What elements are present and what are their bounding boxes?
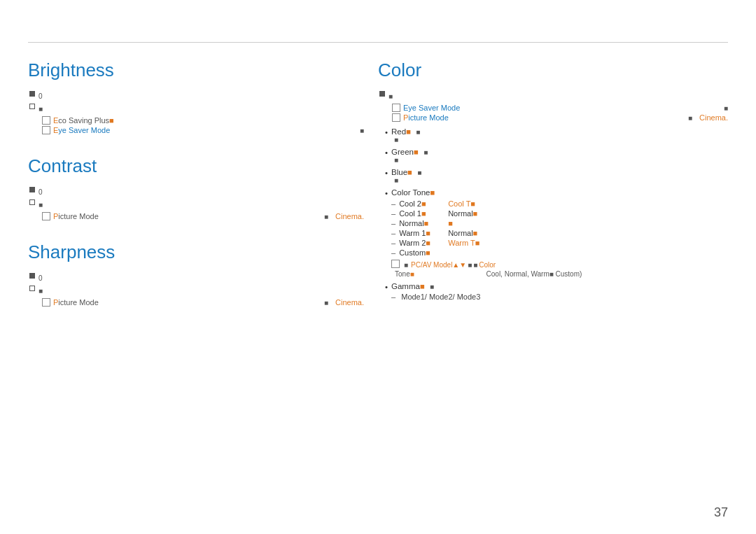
- warm1-label: Warm 1■: [399, 229, 441, 237]
- sharpness-range-row1: 0: [28, 273, 364, 283]
- eco-checkbox: [42, 116, 50, 125]
- brightness-eyesaver-row: Eye Saver Mode ■: [28, 126, 364, 134]
- gamma-content: Gamma■ ■ – Mode1/ Mode2/ Mode3: [391, 282, 728, 301]
- left-column: Brightness 0 ■ Eco Saving Plus■ Eye Save…: [28, 52, 364, 328]
- tone-rows: – Cool 2■ Cool T■ – Cool 1■ Normal■: [391, 199, 728, 257]
- contrast-cinema-val: Cinema.: [335, 212, 364, 220]
- red-label: Red■: [391, 127, 411, 136]
- brightness-val1: 0: [38, 91, 43, 101]
- main-content: Brightness 0 ■ Eco Saving Plus■ Eye Save…: [28, 52, 728, 328]
- note-part4: ■: [473, 260, 477, 270]
- tone-cool2-row: – Cool 2■ Cool T■: [391, 199, 728, 208]
- sharpness-cinema-val: Cinema.: [335, 298, 364, 307]
- contrast-pic-label: Picture Mode: [53, 212, 99, 220]
- color-eyesaver-checkbox: [392, 104, 400, 112]
- blue-label: Blue■: [391, 168, 412, 176]
- color-eyesaver-label: Eye Saver Mode: [403, 104, 460, 112]
- normal-value: ■: [448, 219, 453, 227]
- brightness-section: Brightness 0 ■ Eco Saving Plus■ Eye Save…: [28, 59, 364, 134]
- note-checkbox: [391, 260, 400, 268]
- colortone-bullet: •: [385, 189, 388, 197]
- contrast-title: Contrast: [28, 155, 364, 177]
- sharpness-val2: ■: [38, 286, 43, 296]
- normal-label: Normal■: [399, 219, 441, 227]
- color-picture-mode-row: Picture Mode ■ Cinema.: [378, 113, 728, 122]
- sharpness-section: Sharpness 0 ■ Picture Mode ■ Cinema.: [28, 241, 364, 307]
- gamma-label: Gamma■: [391, 282, 425, 290]
- dash-cool1: –: [391, 209, 396, 218]
- green-range: ■: [391, 156, 728, 164]
- color-icon-1: [379, 91, 385, 97]
- range-icon-2: [29, 104, 35, 109]
- sharpness-picture-mode-row: Picture Mode ■ Cinema.: [28, 298, 364, 307]
- colortone-note2: Tone■ Cool, Normal, Warm■ Custom): [391, 270, 728, 278]
- dash-warm2: –: [391, 239, 396, 247]
- contrast-picture-mode-row: Picture Mode ■ Cinema.: [28, 212, 364, 220]
- warm2-value: Warm T■: [448, 239, 479, 247]
- cool2-value: Cool T■: [448, 199, 475, 208]
- red-bullet: •: [385, 128, 388, 136]
- brightness-title: Brightness: [28, 59, 364, 81]
- red-item: • Red■ ■ ■: [378, 127, 728, 143]
- green-bullet: •: [385, 148, 388, 157]
- note-part1: ■: [404, 260, 408, 270]
- sharpness-val1: 0: [38, 273, 43, 283]
- dash-cool2: –: [391, 199, 396, 208]
- sharpness-icon-1: [29, 273, 35, 279]
- top-border: [28, 42, 728, 43]
- custom-label: Custom■: [399, 248, 441, 257]
- colortone-item: • Color Tone■ – Cool 2■ Cool T■: [378, 188, 728, 278]
- colortone-label: Color Tone■: [391, 188, 435, 197]
- brightness-val2: ■: [38, 104, 43, 114]
- gamma-item: • Gamma■ ■ – Mode1/ Mode2/ Mode3: [378, 282, 728, 301]
- colortone-note: ■ PC/AV Model▲▼ ■ ■ Color: [391, 260, 728, 270]
- contrast-range-row1: 0: [28, 187, 364, 197]
- eyesaver-label-left: Eye Saver Mode: [53, 126, 110, 134]
- cool1-value: Normal■: [448, 209, 477, 218]
- gamma-bullet: •: [385, 283, 388, 291]
- color-cinema-val: Cinema.: [699, 113, 728, 122]
- sharpness-title: Sharpness: [28, 241, 364, 263]
- brightness-eco-row: Eco Saving Plus■: [28, 116, 364, 125]
- sharpness-pic-checkbox: [42, 298, 50, 307]
- tone-cool1-row: – Cool 1■ Normal■: [391, 209, 728, 218]
- page-number: 37: [714, 505, 728, 520]
- contrast-pic-checkbox: [42, 212, 50, 220]
- contrast-val1: 0: [38, 187, 43, 197]
- blue-content: Blue■ ■ ■: [391, 168, 728, 184]
- warm1-value: Normal■: [448, 229, 477, 237]
- blue-bullet: •: [385, 169, 388, 177]
- color-range-row1: ■: [378, 91, 728, 101]
- color-pic-checkbox: [392, 113, 400, 122]
- note-color: Color: [479, 260, 496, 270]
- green-content: Green■ ■ ■: [391, 148, 728, 164]
- colortone-content: Color Tone■ – Cool 2■ Cool T■ – Cool: [391, 188, 728, 278]
- contrast-range-row2: ■: [28, 199, 364, 210]
- blue-item: • Blue■ ■ ■: [378, 168, 728, 184]
- green-label: Green■: [391, 148, 419, 156]
- brightness-range-row2: ■: [28, 104, 364, 114]
- note-pcav: PC/AV Model▲▼: [411, 260, 466, 270]
- tone-normal-row: – Normal■ ■: [391, 219, 728, 227]
- sharpness-icon-2: [29, 286, 35, 291]
- tone-warm2-row: – Warm 2■ Warm T■: [391, 239, 728, 247]
- note-part3: ■: [468, 260, 472, 270]
- range-icon-1: [29, 91, 35, 97]
- eco-label: Eco Saving Plus■: [53, 116, 114, 125]
- color-pic-label: Picture Mode: [403, 113, 449, 122]
- red-content: Red■ ■ ■: [391, 127, 728, 143]
- warm2-label: Warm 2■: [399, 239, 441, 247]
- contrast-section: Contrast 0 ■ Picture Mode ■ Cinema.: [28, 155, 364, 220]
- right-column: Color ■ Eye Saver Mode ■ Picture Mode ■ …: [364, 52, 728, 328]
- cool2-label: Cool 2■: [399, 199, 441, 208]
- sharpness-range-row2: ■: [28, 286, 364, 296]
- gamma-modes: – Mode1/ Mode2/ Mode3: [391, 293, 728, 301]
- dash-normal: –: [391, 219, 396, 227]
- tone-custom-row: – Custom■: [391, 248, 728, 257]
- red-range: ■: [391, 136, 728, 143]
- tone-warm1-row: – Warm 1■ Normal■: [391, 229, 728, 237]
- brightness-range-row1: 0: [28, 91, 364, 101]
- cool1-label: Cool 1■: [399, 209, 441, 218]
- dash-warm1: –: [391, 229, 396, 237]
- contrast-val2: ■: [38, 199, 43, 210]
